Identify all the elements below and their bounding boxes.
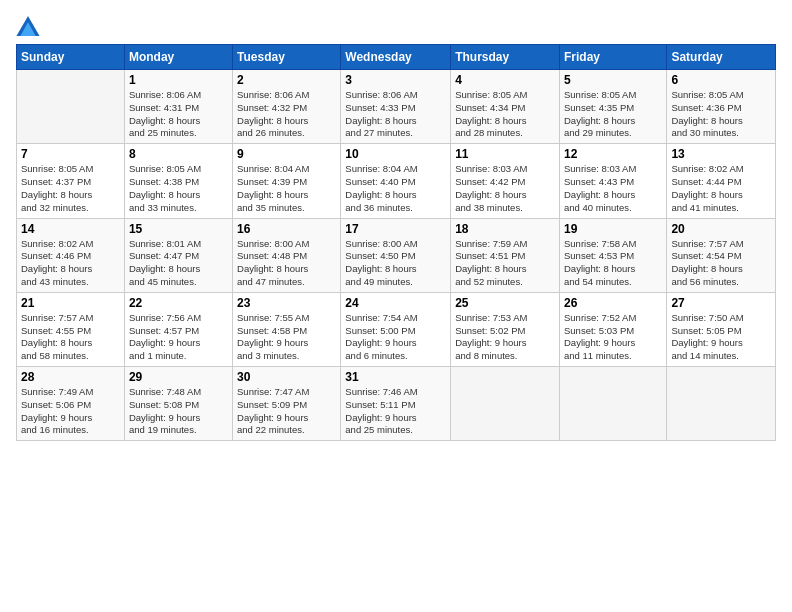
calendar-cell: 22Sunrise: 7:56 AM Sunset: 4:57 PM Dayli… [124, 292, 232, 366]
calendar-cell: 9Sunrise: 8:04 AM Sunset: 4:39 PM Daylig… [233, 144, 341, 218]
calendar-table: SundayMondayTuesdayWednesdayThursdayFrid… [16, 44, 776, 441]
day-number: 15 [129, 222, 228, 236]
day-number: 10 [345, 147, 446, 161]
weekday-header: Saturday [667, 45, 776, 70]
calendar-cell: 31Sunrise: 7:46 AM Sunset: 5:11 PM Dayli… [341, 367, 451, 441]
calendar-cell: 16Sunrise: 8:00 AM Sunset: 4:48 PM Dayli… [233, 218, 341, 292]
day-number: 8 [129, 147, 228, 161]
calendar-cell: 20Sunrise: 7:57 AM Sunset: 4:54 PM Dayli… [667, 218, 776, 292]
day-info: Sunrise: 7:48 AM Sunset: 5:08 PM Dayligh… [129, 386, 228, 437]
day-info: Sunrise: 7:54 AM Sunset: 5:00 PM Dayligh… [345, 312, 446, 363]
day-info: Sunrise: 8:05 AM Sunset: 4:37 PM Dayligh… [21, 163, 120, 214]
day-info: Sunrise: 7:57 AM Sunset: 4:54 PM Dayligh… [671, 238, 771, 289]
day-number: 7 [21, 147, 120, 161]
calendar-cell: 21Sunrise: 7:57 AM Sunset: 4:55 PM Dayli… [17, 292, 125, 366]
calendar-cell: 14Sunrise: 8:02 AM Sunset: 4:46 PM Dayli… [17, 218, 125, 292]
day-number: 25 [455, 296, 555, 310]
day-info: Sunrise: 8:06 AM Sunset: 4:32 PM Dayligh… [237, 89, 336, 140]
calendar-week-row: 21Sunrise: 7:57 AM Sunset: 4:55 PM Dayli… [17, 292, 776, 366]
day-number: 2 [237, 73, 336, 87]
calendar-cell: 3Sunrise: 8:06 AM Sunset: 4:33 PM Daylig… [341, 70, 451, 144]
page-header [16, 16, 776, 36]
day-info: Sunrise: 8:05 AM Sunset: 4:35 PM Dayligh… [564, 89, 662, 140]
day-info: Sunrise: 8:06 AM Sunset: 4:31 PM Dayligh… [129, 89, 228, 140]
day-info: Sunrise: 8:00 AM Sunset: 4:50 PM Dayligh… [345, 238, 446, 289]
weekday-header: Tuesday [233, 45, 341, 70]
day-info: Sunrise: 7:58 AM Sunset: 4:53 PM Dayligh… [564, 238, 662, 289]
day-number: 31 [345, 370, 446, 384]
day-info: Sunrise: 7:46 AM Sunset: 5:11 PM Dayligh… [345, 386, 446, 437]
day-info: Sunrise: 8:02 AM Sunset: 4:46 PM Dayligh… [21, 238, 120, 289]
calendar-cell: 2Sunrise: 8:06 AM Sunset: 4:32 PM Daylig… [233, 70, 341, 144]
calendar-cell: 29Sunrise: 7:48 AM Sunset: 5:08 PM Dayli… [124, 367, 232, 441]
day-info: Sunrise: 7:47 AM Sunset: 5:09 PM Dayligh… [237, 386, 336, 437]
day-number: 27 [671, 296, 771, 310]
calendar-cell [559, 367, 666, 441]
day-number: 18 [455, 222, 555, 236]
calendar-cell: 7Sunrise: 8:05 AM Sunset: 4:37 PM Daylig… [17, 144, 125, 218]
calendar-cell: 10Sunrise: 8:04 AM Sunset: 4:40 PM Dayli… [341, 144, 451, 218]
day-info: Sunrise: 8:03 AM Sunset: 4:43 PM Dayligh… [564, 163, 662, 214]
day-number: 13 [671, 147, 771, 161]
day-info: Sunrise: 8:03 AM Sunset: 4:42 PM Dayligh… [455, 163, 555, 214]
day-number: 23 [237, 296, 336, 310]
calendar-cell: 6Sunrise: 8:05 AM Sunset: 4:36 PM Daylig… [667, 70, 776, 144]
day-info: Sunrise: 8:02 AM Sunset: 4:44 PM Dayligh… [671, 163, 771, 214]
day-info: Sunrise: 8:00 AM Sunset: 4:48 PM Dayligh… [237, 238, 336, 289]
day-info: Sunrise: 7:53 AM Sunset: 5:02 PM Dayligh… [455, 312, 555, 363]
calendar-cell: 8Sunrise: 8:05 AM Sunset: 4:38 PM Daylig… [124, 144, 232, 218]
day-info: Sunrise: 7:50 AM Sunset: 5:05 PM Dayligh… [671, 312, 771, 363]
weekday-row: SundayMondayTuesdayWednesdayThursdayFrid… [17, 45, 776, 70]
calendar-cell: 11Sunrise: 8:03 AM Sunset: 4:42 PM Dayli… [451, 144, 560, 218]
weekday-header: Monday [124, 45, 232, 70]
calendar-cell [667, 367, 776, 441]
calendar-week-row: 1Sunrise: 8:06 AM Sunset: 4:31 PM Daylig… [17, 70, 776, 144]
day-number: 19 [564, 222, 662, 236]
day-number: 22 [129, 296, 228, 310]
day-number: 14 [21, 222, 120, 236]
day-number: 24 [345, 296, 446, 310]
logo [16, 16, 42, 36]
day-number: 16 [237, 222, 336, 236]
calendar-header: SundayMondayTuesdayWednesdayThursdayFrid… [17, 45, 776, 70]
page-container: SundayMondayTuesdayWednesdayThursdayFrid… [0, 0, 792, 449]
day-info: Sunrise: 8:05 AM Sunset: 4:34 PM Dayligh… [455, 89, 555, 140]
day-number: 17 [345, 222, 446, 236]
calendar-cell: 28Sunrise: 7:49 AM Sunset: 5:06 PM Dayli… [17, 367, 125, 441]
calendar-body: 1Sunrise: 8:06 AM Sunset: 4:31 PM Daylig… [17, 70, 776, 441]
day-number: 28 [21, 370, 120, 384]
day-info: Sunrise: 7:49 AM Sunset: 5:06 PM Dayligh… [21, 386, 120, 437]
day-info: Sunrise: 7:57 AM Sunset: 4:55 PM Dayligh… [21, 312, 120, 363]
day-number: 26 [564, 296, 662, 310]
calendar-cell: 30Sunrise: 7:47 AM Sunset: 5:09 PM Dayli… [233, 367, 341, 441]
calendar-cell: 25Sunrise: 7:53 AM Sunset: 5:02 PM Dayli… [451, 292, 560, 366]
day-info: Sunrise: 8:04 AM Sunset: 4:40 PM Dayligh… [345, 163, 446, 214]
day-info: Sunrise: 7:59 AM Sunset: 4:51 PM Dayligh… [455, 238, 555, 289]
calendar-cell: 27Sunrise: 7:50 AM Sunset: 5:05 PM Dayli… [667, 292, 776, 366]
calendar-cell [17, 70, 125, 144]
day-number: 11 [455, 147, 555, 161]
day-number: 3 [345, 73, 446, 87]
calendar-cell: 18Sunrise: 7:59 AM Sunset: 4:51 PM Dayli… [451, 218, 560, 292]
calendar-cell: 5Sunrise: 8:05 AM Sunset: 4:35 PM Daylig… [559, 70, 666, 144]
day-number: 9 [237, 147, 336, 161]
calendar-cell [451, 367, 560, 441]
day-number: 4 [455, 73, 555, 87]
day-info: Sunrise: 8:05 AM Sunset: 4:36 PM Dayligh… [671, 89, 771, 140]
calendar-week-row: 28Sunrise: 7:49 AM Sunset: 5:06 PM Dayli… [17, 367, 776, 441]
day-info: Sunrise: 8:04 AM Sunset: 4:39 PM Dayligh… [237, 163, 336, 214]
day-info: Sunrise: 7:55 AM Sunset: 4:58 PM Dayligh… [237, 312, 336, 363]
day-info: Sunrise: 8:06 AM Sunset: 4:33 PM Dayligh… [345, 89, 446, 140]
day-number: 5 [564, 73, 662, 87]
day-number: 21 [21, 296, 120, 310]
day-number: 12 [564, 147, 662, 161]
weekday-header: Friday [559, 45, 666, 70]
calendar-cell: 19Sunrise: 7:58 AM Sunset: 4:53 PM Dayli… [559, 218, 666, 292]
logo-icon [16, 16, 40, 36]
calendar-cell: 15Sunrise: 8:01 AM Sunset: 4:47 PM Dayli… [124, 218, 232, 292]
weekday-header: Thursday [451, 45, 560, 70]
calendar-cell: 26Sunrise: 7:52 AM Sunset: 5:03 PM Dayli… [559, 292, 666, 366]
day-number: 30 [237, 370, 336, 384]
calendar-cell: 23Sunrise: 7:55 AM Sunset: 4:58 PM Dayli… [233, 292, 341, 366]
day-info: Sunrise: 8:05 AM Sunset: 4:38 PM Dayligh… [129, 163, 228, 214]
